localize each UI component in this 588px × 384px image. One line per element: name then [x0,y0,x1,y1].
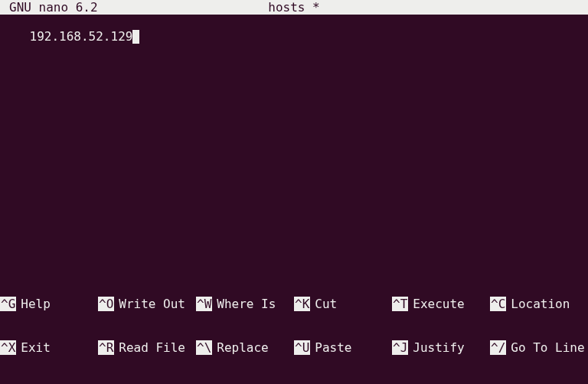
shortcut-justify[interactable]: ^J Justify [392,340,490,355]
shortcut-replace[interactable]: ^\ Replace [196,340,294,355]
shortcut-label: Write Out [114,297,185,311]
key-ctrl-k: ^K [294,297,310,311]
title-bar: hosts * GNU nano 6.2 [0,0,588,15]
shortcut-label: Location [506,297,570,311]
shortcut-label: Go To Line [506,340,584,355]
shortcut-paste[interactable]: ^U Paste [294,340,392,355]
shortcut-where-is[interactable]: ^W Where Is [196,297,294,311]
key-ctrl-backslash: ^\ [196,340,212,355]
shortcut-label: Cut [310,297,337,311]
help-row-1: ^G Help ^O Write Out ^W Where Is ^K Cut … [0,297,588,311]
shortcut-write-out[interactable]: ^O Write Out [98,297,196,311]
key-ctrl-g: ^G [0,297,16,311]
shortcut-label: Help [16,297,51,311]
shortcut-label: Replace [212,340,268,355]
key-ctrl-u: ^U [294,340,310,355]
shortcut-execute[interactable]: ^T Execute [392,297,490,311]
editor-content-line: 192.168.52.129 [30,29,133,44]
key-ctrl-t: ^T [392,297,408,311]
help-row-2: ^X Exit ^R Read File ^\ Replace ^U Paste… [0,340,588,355]
shortcut-location[interactable]: ^C Location [490,297,588,311]
shortcut-label: Read File [114,340,185,355]
shortcut-label: Execute [408,297,464,311]
key-ctrl-w: ^W [196,297,212,311]
shortcut-label: Justify [408,340,464,355]
text-cursor [132,30,139,44]
key-ctrl-x: ^X [0,340,16,355]
shortcut-help[interactable]: ^G Help [0,297,98,311]
shortcut-label: Paste [310,340,351,355]
shortcut-label: Exit [16,340,51,355]
editor-area[interactable]: 192.168.52.129 [0,15,588,267]
help-shortcut-bar: ^G Help ^O Write Out ^W Where Is ^K Cut … [0,267,588,384]
key-ctrl-slash: ^/ [490,340,506,355]
key-ctrl-r: ^R [98,340,114,355]
shortcut-cut[interactable]: ^K Cut [294,297,392,311]
shortcut-go-to-line[interactable]: ^/ Go To Line [490,340,588,355]
shortcut-read-file[interactable]: ^R Read File [98,340,196,355]
key-ctrl-c: ^C [490,297,506,311]
key-ctrl-o: ^O [98,297,114,311]
open-filename: hosts * [0,0,588,15]
nano-editor-screen: hosts * GNU nano 6.2 192.168.52.129 ^G H… [0,0,588,384]
shortcut-exit[interactable]: ^X Exit [0,340,98,355]
key-ctrl-j: ^J [392,340,408,355]
shortcut-label: Where Is [212,297,276,311]
